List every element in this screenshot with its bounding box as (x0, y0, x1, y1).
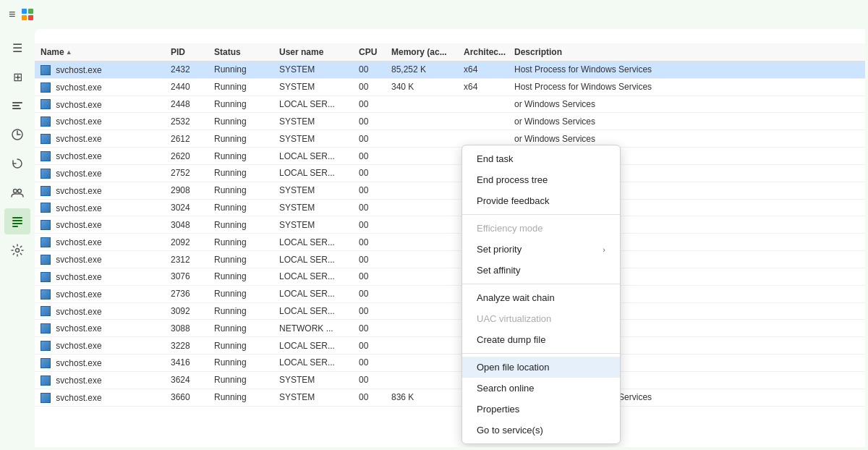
col-header-status[interactable]: Status (208, 43, 273, 61)
col-header-name[interactable]: Name ▲ (35, 43, 165, 61)
svg-rect-13 (12, 220, 22, 221)
cell-memory (386, 95, 458, 113)
cell-pid: 2532 (165, 113, 208, 130)
context-menu-item-set-affinity[interactable]: Set affinity (462, 260, 620, 281)
cell-memory (386, 302, 458, 320)
cell-user: LOCAL SER... (273, 164, 353, 182)
process-icon (41, 375, 51, 386)
col-header-desc[interactable]: Description (509, 43, 865, 61)
table-row[interactable]: svchost.exe 2532 Running SYSTEM 00 or Wi… (35, 113, 865, 130)
cell-pid: 2440 (165, 78, 208, 95)
table-row[interactable]: svchost.exe 3092 Running LOCAL SER... 00… (35, 302, 865, 320)
table-row[interactable]: svchost.exe 2440 Running SYSTEM 00 340 K… (35, 78, 865, 95)
content-header (35, 29, 865, 43)
process-icon (41, 134, 51, 144)
table-row[interactable]: svchost.exe 2908 Running SYSTEM 00 or Wi… (35, 182, 865, 199)
context-menu-item-search-online[interactable]: Search online (462, 378, 620, 399)
context-menu-item-go-to-services[interactable]: Go to service(s) (462, 420, 620, 441)
table-row[interactable]: svchost.exe 2736 Running LOCAL SER... 00… (35, 285, 865, 302)
col-header-user[interactable]: User name (273, 43, 353, 61)
app-icon (21, 8, 34, 21)
context-menu-separator (462, 284, 620, 284)
cell-user: LOCAL SER... (273, 268, 353, 285)
process-icon (41, 82, 51, 93)
cell-name: svchost.exe (35, 302, 165, 320)
process-name: svchost.exe (56, 358, 101, 368)
hamburger-menu-icon[interactable]: ≡ (9, 8, 15, 21)
sidebar-item-dashboard[interactable]: ⊞ (4, 64, 30, 90)
cell-pid: 2448 (165, 95, 208, 113)
col-header-cpu[interactable]: CPU (353, 43, 386, 61)
table-row[interactable]: svchost.exe 2612 Running SYSTEM 00 or Wi… (35, 130, 865, 148)
col-header-memory[interactable]: Memory (ac... (386, 43, 458, 61)
cell-memory (386, 337, 458, 355)
process-name: svchost.exe (56, 169, 101, 179)
table-row[interactable]: svchost.exe 3088 Running NETWORK ... 00 … (35, 320, 865, 337)
table-row[interactable]: svchost.exe 2312 Running LOCAL SER... 00… (35, 251, 865, 268)
cell-status: Running (208, 389, 273, 406)
process-name: svchost.exe (56, 323, 101, 334)
context-menu-item-end-process-tree[interactable]: End process tree (462, 169, 620, 190)
context-menu-item-label: Efficiency mode (477, 223, 543, 234)
context-menu-item-provide-feedback[interactable]: Provide feedback (462, 190, 620, 211)
cell-status: Running (208, 234, 273, 251)
sidebar-item-processes[interactable] (4, 93, 30, 119)
process-icon (41, 289, 51, 300)
process-icon (41, 65, 51, 75)
context-menu-item-open-file-location[interactable]: Open file location (462, 357, 620, 378)
context-menu-item-label: Properties (477, 404, 519, 415)
table-row[interactable]: svchost.exe 2432 Running SYSTEM 00 85,25… (35, 61, 865, 79)
table-row[interactable]: svchost.exe 2620 Running LOCAL SER... 00… (35, 148, 865, 165)
sidebar-item-menu[interactable]: ☰ (4, 35, 30, 61)
cell-user: SYSTEM (273, 199, 353, 216)
table-row[interactable]: svchost.exe 3660 Running SYSTEM 00 836 K… (35, 389, 865, 406)
svg-point-16 (16, 249, 20, 252)
cell-name: svchost.exe (35, 234, 165, 251)
context-menu-item-create-dump-file[interactable]: Create dump file (462, 329, 620, 350)
sidebar-item-details[interactable] (4, 208, 30, 234)
table-row[interactable]: svchost.exe 3624 Running SYSTEM 00 or Wi… (35, 371, 865, 389)
table-row[interactable]: svchost.exe 3048 Running SYSTEM 00 or Wi… (35, 216, 865, 234)
context-menu-item-label: Search online (477, 383, 535, 394)
cell-memory (386, 164, 458, 182)
table-row[interactable]: svchost.exe 3228 Running LOCAL SER... 00… (35, 337, 865, 355)
menu-icon: ☰ (12, 41, 22, 55)
context-menu-item-properties[interactable]: Properties (462, 399, 620, 420)
cell-pid: 2092 (165, 234, 208, 251)
sidebar-item-startup[interactable] (4, 179, 30, 205)
cell-name: svchost.exe (35, 355, 165, 372)
col-header-pid[interactable]: PID (165, 43, 208, 61)
process-icon (41, 255, 51, 265)
cell-user: LOCAL SER... (273, 285, 353, 302)
cell-name: svchost.exe (35, 285, 165, 302)
context-menu-item-label: UAC virtualization (477, 313, 551, 324)
table-row[interactable]: svchost.exe 2752 Running LOCAL SER... 00… (35, 164, 865, 182)
cell-memory: 836 K (386, 389, 458, 406)
cell-status: Running (208, 355, 273, 372)
sidebar-item-services[interactable] (4, 237, 30, 263)
process-table: Name ▲ PID Status User name CPU Memory (… (35, 43, 865, 407)
context-menu-item-set-priority[interactable]: Set priority› (462, 239, 620, 260)
table-row[interactable]: svchost.exe 3076 Running LOCAL SER... 00… (35, 268, 865, 285)
sidebar-item-performance[interactable] (4, 122, 30, 148)
process-name: svchost.exe (56, 393, 101, 403)
sidebar-item-apphistory[interactable] (4, 150, 30, 177)
cell-user: SYSTEM (273, 113, 353, 130)
cell-memory (386, 355, 458, 372)
table-row[interactable]: svchost.exe 3416 Running LOCAL SER... 00… (35, 355, 865, 372)
table-row[interactable]: svchost.exe 3024 Running SYSTEM 00 or Wi… (35, 199, 865, 216)
cell-cpu: 00 (353, 320, 386, 337)
context-menu-item-analyze-wait-chain[interactable]: Analyze wait chain (462, 287, 620, 308)
cell-desc: Host Process for Windows Services (509, 61, 865, 79)
cell-pid: 2612 (165, 130, 208, 148)
context-menu-item-end-task[interactable]: End task (462, 148, 620, 169)
cell-user: SYSTEM (273, 216, 353, 234)
col-header-arch[interactable]: Architec... (458, 43, 509, 61)
details-icon (11, 215, 24, 228)
cell-name: svchost.exe (35, 78, 165, 95)
table-row[interactable]: svchost.exe 2448 Running LOCAL SER... 00… (35, 95, 865, 113)
cell-name: svchost.exe (35, 320, 165, 337)
main-layout: ☰ ⊞ (0, 29, 868, 450)
table-row[interactable]: svchost.exe 2092 Running LOCAL SER... 00… (35, 234, 865, 251)
dashboard-icon: ⊞ (13, 70, 22, 84)
